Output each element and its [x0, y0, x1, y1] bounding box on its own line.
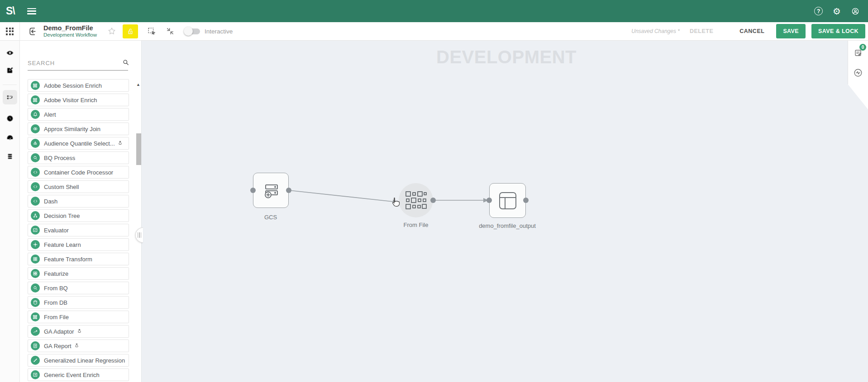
node-output[interactable] — [489, 183, 526, 218]
list-item[interactable]: Generalized Linear Regression — [28, 354, 129, 367]
cancel-button[interactable]: CANCEL — [739, 28, 764, 34]
node-from-file[interactable] — [399, 183, 433, 217]
save-button[interactable]: SAVE — [776, 24, 806, 38]
bell-icon — [31, 110, 40, 119]
search-icon — [31, 153, 40, 162]
node-list: Adobe Session EnrichAdobe Visitor Enrich… — [28, 79, 129, 382]
venn-icon — [31, 124, 40, 133]
list-item-label: Alert — [44, 111, 56, 118]
list-item[interactable]: From DB — [28, 296, 129, 309]
grid-dots-icon — [31, 312, 40, 321]
list-item-label: Decision Tree — [44, 212, 80, 219]
node-palette-panel: Adobe Session EnrichAdobe Visitor Enrich… — [20, 41, 141, 382]
list-item[interactable]: From BQ — [28, 282, 129, 294]
report-icon — [31, 341, 40, 350]
list-item-label: GA Adaptor — [44, 328, 74, 335]
list-item-label: Featurize — [44, 270, 68, 277]
list-item[interactable]: Approx Similarity Join — [28, 123, 129, 135]
compose-icon[interactable] — [3, 63, 17, 77]
top-app-bar: S\ ? ⚙ — [0, 0, 868, 22]
edge-arrowhead — [483, 198, 488, 203]
list-item[interactable]: GA Report — [28, 340, 129, 352]
flask-icon — [74, 343, 80, 349]
list-item[interactable]: Generic Event Enrich — [28, 368, 129, 381]
clock-icon[interactable] — [3, 111, 17, 126]
list-item-label: From BQ — [44, 285, 68, 292]
list-item[interactable]: Featurize — [28, 267, 129, 280]
gear-icon[interactable]: ⚙ — [833, 7, 841, 16]
list-item[interactable]: Dash — [28, 195, 129, 208]
gauge-icon[interactable] — [3, 131, 17, 145]
list-item[interactable]: From File — [28, 311, 129, 323]
grid-dots-icon — [31, 81, 40, 90]
list-item-label: From DB — [44, 299, 67, 306]
unlock-button[interactable] — [123, 24, 138, 38]
tree-icon — [31, 211, 40, 220]
node-label: demo_fromfile_output — [479, 222, 536, 229]
interactive-toggle[interactable] — [185, 28, 200, 34]
search-input[interactable] — [28, 57, 128, 71]
list-item-label: From File — [44, 314, 69, 321]
apps-grid-icon[interactable] — [0, 22, 20, 41]
list-item-label: Approx Similarity Join — [44, 126, 100, 132]
marquee-select-icon[interactable] — [147, 26, 157, 36]
unlock-icon — [126, 27, 135, 36]
list-item[interactable]: Custom Shell — [28, 180, 129, 193]
code-icon — [31, 168, 40, 177]
list-item[interactable]: GA Adaptor — [28, 325, 129, 338]
search-icon[interactable] — [122, 58, 130, 66]
scatter-icon — [31, 356, 40, 365]
list-item-label: Audience Quantile Select... — [44, 140, 115, 147]
node-gcs[interactable] — [253, 173, 289, 208]
workflow-nav-icon[interactable] — [3, 90, 17, 104]
activity-icon[interactable] — [853, 68, 863, 78]
star-icon[interactable] — [107, 26, 117, 36]
workflow-subtitle: Development Workflow — [43, 32, 97, 38]
list-item[interactable]: Adobe Session Enrich — [28, 79, 129, 92]
list-item[interactable]: Feature Transform — [28, 253, 129, 265]
left-nav-rail — [0, 41, 20, 382]
account-icon[interactable] — [851, 7, 860, 16]
interactive-label: Interactive — [205, 28, 233, 35]
workflow-icon — [28, 26, 38, 37]
canvas-side-panel: 0 — [848, 41, 868, 109]
hamburger-icon[interactable] — [27, 8, 36, 14]
list-item-label: Feature Learn — [44, 241, 81, 248]
list-item[interactable]: Adobe Visitor Enrich — [28, 94, 129, 106]
feature-grid-icon — [31, 255, 40, 264]
feature-grid-icon — [31, 269, 40, 278]
environment-watermark: DEVELOPMENT — [436, 47, 577, 67]
list-item-label: Adobe Session Enrich — [44, 82, 102, 89]
list-item[interactable]: Container Code Processor — [28, 166, 129, 179]
workflow-canvas[interactable]: DEVELOPMENT GCS From File demo_fromfile_… — [141, 41, 868, 382]
list-item[interactable]: Audience Quantile Select... — [28, 137, 129, 150]
quantile-icon — [31, 139, 40, 148]
notes-count-badge: 0 — [859, 44, 866, 51]
code-icon — [31, 197, 40, 206]
list-item-label: Generalized Linear Regression — [44, 357, 125, 364]
eye-icon[interactable] — [3, 46, 17, 60]
list-item[interactable]: Feature Learn — [28, 238, 129, 251]
delete-button[interactable]: DELETE — [690, 28, 713, 34]
node-label: From File — [404, 222, 429, 228]
workflow-title: Demo_FromFile — [43, 24, 97, 32]
layers-icon[interactable] — [3, 149, 17, 164]
list-item[interactable]: Alert — [28, 108, 129, 121]
database-icon — [31, 298, 40, 307]
flask-icon — [76, 329, 82, 335]
output-table-icon — [497, 190, 518, 211]
list-item[interactable]: Decision Tree — [28, 209, 129, 222]
save-and-lock-button[interactable]: SAVE & LOCK — [811, 24, 865, 38]
chart-arrow-icon — [31, 327, 40, 336]
from-file-icon — [405, 191, 427, 210]
workflow-edge — [289, 190, 393, 202]
list-item-label: Dash — [44, 198, 57, 205]
list-item-label: GA Report — [44, 343, 72, 349]
list-item[interactable]: BQ Process — [28, 151, 129, 164]
list-item-label: Container Code Processor — [44, 169, 113, 176]
list-item[interactable]: Evaluator — [28, 224, 129, 236]
help-icon[interactable]: ? — [814, 7, 823, 15]
node-label: GCS — [264, 214, 277, 221]
scroll-up-arrow[interactable]: ▲ — [136, 82, 140, 87]
compress-icon[interactable] — [165, 26, 175, 36]
